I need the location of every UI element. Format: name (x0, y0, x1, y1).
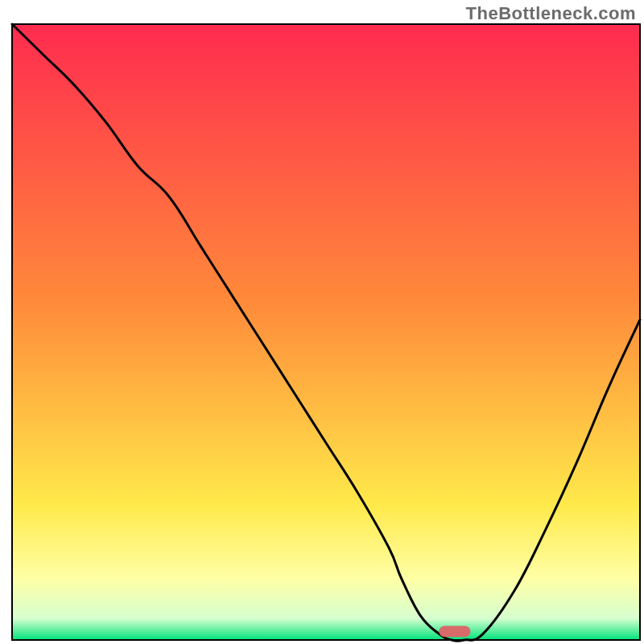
optimal-range-marker (439, 625, 470, 637)
watermark-text: TheBottleneck.com (466, 3, 636, 24)
plot-area (12, 24, 640, 641)
chart-svg (0, 0, 644, 644)
chart-container: TheBottleneck.com (0, 0, 644, 644)
gradient-background (12, 24, 640, 640)
